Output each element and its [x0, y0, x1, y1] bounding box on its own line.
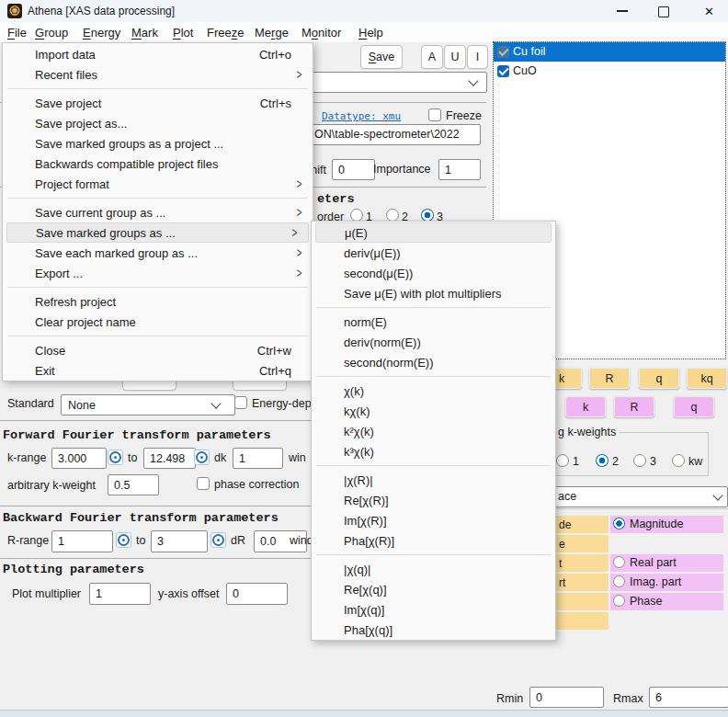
k-max-input[interactable]: 12.498: [143, 448, 196, 469]
plot-marked-k-button[interactable]: k: [565, 396, 606, 417]
plot-q-button[interactable]: q: [639, 368, 679, 389]
magnitude-radio[interactable]: [613, 518, 625, 529]
plot-marked-q-button[interactable]: q: [674, 396, 714, 417]
freeze-checkbox[interactable]: [428, 108, 441, 121]
phase-radio[interactable]: [613, 595, 625, 607]
importance-input[interactable]: 1: [438, 159, 481, 180]
menu-separator: [3, 85, 313, 93]
submenu-item-deriv-norm[interactable]: deriv(norm(E)): [312, 332, 555, 352]
submenu-item-im-chi-q[interactable]: Im[χ(q)]: [312, 599, 555, 620]
imag-part-radio[interactable]: [613, 575, 625, 587]
submenu-item-im-chi-r[interactable]: Im[χ(R)]: [312, 510, 555, 530]
kweight-radio-1[interactable]: [556, 454, 569, 467]
plot-r-button[interactable]: R: [589, 368, 630, 389]
y-axis-offset-input[interactable]: 0: [226, 583, 288, 605]
real-part-label: Real part: [630, 556, 677, 569]
menu-group[interactable]: Group: [35, 22, 68, 42]
submenu-item-mag-chi-r[interactable]: |χ(R)|: [312, 470, 555, 490]
datatype-link[interactable]: Datatype: xmu: [322, 110, 401, 122]
r-max-input[interactable]: 3: [151, 530, 208, 552]
submenu-item-k2chi-k[interactable]: k²χ(k): [312, 421, 555, 441]
q-option-phase[interactable]: [610, 593, 723, 610]
dk-input[interactable]: 1: [233, 448, 283, 469]
menu-item-export[interactable]: Export ...>: [3, 263, 313, 283]
pluck-button[interactable]: [210, 532, 226, 548]
backward-ft-header: Backward Fourier transform parameters: [3, 511, 279, 525]
menu-item-save-project[interactable]: Save projectCtrl+s: [3, 93, 313, 113]
menu-freeze[interactable]: Freeze: [207, 22, 244, 42]
menu-mark[interactable]: Mark: [131, 22, 158, 42]
cufoil-checkbox[interactable]: [497, 46, 509, 58]
plot-kq-button[interactable]: kq: [687, 368, 727, 389]
menu-item-close[interactable]: CloseCtrl+w: [3, 340, 313, 360]
menu-help[interactable]: Help: [358, 22, 383, 42]
submenu-item-re-chi-r[interactable]: Re[χ(R)]: [312, 490, 555, 510]
submenu-item-pha-chi-r[interactable]: Pha[χ(R)]: [312, 530, 555, 551]
save-button[interactable]: Save: [360, 45, 403, 69]
y-axis-offset-label: y-axis offset: [158, 587, 219, 600]
menu-item-save-each-marked[interactable]: Save each marked group as ...>: [3, 243, 313, 263]
i-button[interactable]: I: [467, 45, 488, 69]
menu-item-backwards-compatible[interactable]: Backwards compatible project files: [3, 154, 313, 174]
order-radio-2[interactable]: [386, 209, 399, 222]
menu-monitor[interactable]: Monitor: [301, 22, 341, 42]
arb-kweight-input[interactable]: 0.5: [108, 474, 159, 495]
submenu-item-norm-e[interactable]: norm(E): [312, 312, 555, 332]
menu-item-exit[interactable]: ExitCtrl+q: [3, 360, 313, 381]
cuo-checkbox[interactable]: [497, 65, 509, 77]
energy-dep-checkbox[interactable]: [234, 396, 247, 409]
menu-plot[interactable]: Plot: [173, 22, 193, 42]
order-radio-3[interactable]: [421, 209, 434, 222]
kweight-radio-3[interactable]: [633, 454, 646, 467]
r-min-input[interactable]: 1: [51, 530, 113, 552]
menu-separator: [312, 303, 555, 312]
real-part-radio[interactable]: [613, 556, 625, 568]
close-button[interactable]: ✕: [704, 5, 714, 18]
kweight-radio-2[interactable]: [596, 454, 609, 467]
k-range-label: k-range: [7, 451, 46, 464]
order-radio-1[interactable]: [350, 209, 363, 222]
kweight-radio-kw[interactable]: [672, 454, 685, 467]
normalization-header: eters: [317, 192, 355, 206]
submenu-item-kchi-k[interactable]: kχ(k): [312, 401, 555, 421]
menu-merge[interactable]: Merge: [255, 22, 289, 42]
menu-file[interactable]: File: [7, 22, 27, 42]
submenu-item-second-mu[interactable]: second(μ(E)): [312, 263, 555, 283]
phase-correction-checkbox[interactable]: [197, 477, 210, 490]
plotting-header: Plotting parameters: [3, 563, 144, 576]
shift-input[interactable]: 0: [332, 159, 375, 180]
plot-marked-r-button[interactable]: R: [614, 396, 654, 417]
menu-item-save-current-group[interactable]: Save current group as ...>: [3, 202, 313, 222]
menu-item-import-data[interactable]: Import dataCtrl+o: [3, 44, 313, 64]
a-button[interactable]: A: [421, 45, 443, 69]
submenu-item-k3chi-k[interactable]: k³χ(k): [312, 441, 555, 461]
pluck-button[interactable]: [194, 450, 210, 465]
cuo-label: CuO: [513, 64, 537, 77]
menu-item-save-marked-groups[interactable]: Save marked groups as ...>: [6, 222, 309, 243]
minimize-button[interactable]: [617, 10, 628, 12]
maximize-button[interactable]: [658, 6, 669, 17]
menu-item-save-marked-project[interactable]: Save marked groups as a project ...: [3, 133, 313, 154]
submenu-item-mu-e[interactable]: μ(E): [315, 222, 552, 243]
submenu-item-deriv-mu[interactable]: deriv(μ(E)): [312, 243, 555, 263]
rmax-input[interactable]: 6: [649, 687, 728, 708]
submenu-item-save-mu-multipliers[interactable]: Save μ(E) with plot multipliers: [312, 283, 555, 303]
k-min-input[interactable]: 3.000: [51, 448, 107, 469]
plot-multiplier-input[interactable]: 1: [89, 583, 151, 605]
menu-item-recent-files[interactable]: Recent files>: [3, 64, 313, 85]
menu-item-project-format[interactable]: Project format>: [3, 174, 313, 194]
submenu-item-pha-chi-q[interactable]: Pha[χ(q)]: [312, 620, 555, 640]
pluck-button[interactable]: [108, 450, 123, 465]
menu-item-clear-project-name[interactable]: Clear project name: [3, 312, 313, 332]
standard-combobox[interactable]: None: [61, 394, 235, 415]
u-button[interactable]: U: [444, 45, 466, 69]
submenu-item-mag-chi-q[interactable]: |χ(q)|: [312, 559, 555, 579]
rmin-input[interactable]: 0: [529, 687, 604, 708]
submenu-item-chi-k[interactable]: χ(k): [312, 381, 555, 401]
submenu-item-re-chi-q[interactable]: Re[χ(q)]: [312, 579, 555, 599]
pluck-button[interactable]: [116, 532, 131, 548]
menu-item-save-project-as[interactable]: Save project as...: [3, 113, 313, 133]
menu-item-refresh-project[interactable]: Refresh project: [3, 291, 313, 312]
submenu-item-second-norm[interactable]: second(norm(E)): [312, 352, 555, 372]
menu-energy[interactable]: Energy: [83, 22, 120, 42]
